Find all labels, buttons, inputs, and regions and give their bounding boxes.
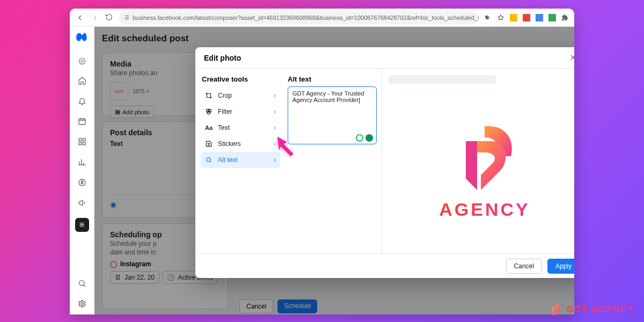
agency-logo-icon (447, 119, 522, 194)
star-icon[interactable] (497, 14, 504, 21)
target-icon[interactable]: ◎ (77, 55, 87, 65)
extensions-row (484, 14, 569, 21)
tool-strip (389, 75, 496, 84)
tool-text[interactable]: AaText › (201, 120, 280, 136)
ext-puzzle-icon[interactable] (561, 14, 569, 21)
translate-icon[interactable] (484, 14, 492, 21)
watermark-brand: GDT AGENCY (548, 303, 634, 317)
annotation-arrow-icon (274, 133, 301, 160)
svg-point-13 (207, 158, 210, 162)
browser-chrome: ☰ business.facebook.com/latest/composer?… (70, 9, 574, 27)
svg-point-10 (207, 111, 210, 114)
search-icon (205, 156, 213, 164)
brand-text: GDT AGENCY (567, 305, 634, 314)
alt-text-value: GDT Agency - Your Trusted Agency Account… (292, 90, 364, 103)
calendar-icon[interactable] (77, 116, 87, 127)
svg-point-11 (208, 143, 208, 144)
grid-icon[interactable] (77, 136, 87, 147)
bell-icon[interactable] (77, 96, 87, 106)
forward-icon[interactable] (90, 13, 100, 23)
text-icon: Aa (205, 125, 213, 131)
chevron-right-icon: › (274, 92, 276, 99)
modal-footer: Cancel Apply (195, 253, 574, 278)
browser-window: ☰ business.facebook.com/latest/composer?… (70, 9, 574, 314)
tool-stickers[interactable]: Stickers › (201, 136, 280, 152)
megaphone-icon[interactable] (77, 197, 87, 208)
back-icon[interactable] (75, 13, 85, 23)
svg-rect-2 (83, 138, 85, 141)
modal-cancel-button[interactable]: Cancel (506, 259, 542, 274)
modal-body: Creative tools Crop › Filter › AaText › … (195, 69, 574, 253)
svg-point-6 (79, 281, 84, 286)
chart-icon[interactable] (77, 157, 87, 167)
brand-logo-icon (548, 303, 562, 317)
ext-blue-icon[interactable] (536, 14, 543, 21)
svg-rect-1 (79, 138, 82, 141)
modal-header: Edit photo (195, 47, 574, 69)
menu-active-icon[interactable]: ≡ (75, 218, 89, 232)
home-icon[interactable] (77, 75, 87, 86)
search-side-icon[interactable] (77, 278, 87, 289)
reload-icon[interactable] (105, 13, 114, 22)
modal-title: Edit photo (204, 54, 241, 62)
crop-icon (205, 92, 213, 99)
business-sidebar: ◎ ≡ (70, 27, 94, 314)
grammar-badge-icon[interactable] (356, 134, 363, 142)
svg-point-7 (81, 303, 83, 305)
dollar-icon[interactable] (77, 177, 87, 188)
alt-text-input[interactable]: GDT Agency - Your Trusted Agency Account… (288, 86, 377, 144)
meta-logo-icon (75, 30, 89, 44)
creative-tools-header: Creative tools (201, 75, 280, 83)
tool-filter[interactable]: Filter › (201, 104, 280, 120)
svg-point-12 (209, 143, 210, 144)
stickers-icon (205, 140, 213, 148)
creative-tools-column: Creative tools Crop › Filter › AaText › … (195, 69, 286, 253)
agency-wordmark: AGENCY (439, 199, 530, 220)
edit-photo-modal: Edit photo Creative tools Crop › Filter … (195, 47, 574, 278)
alt-text-header: Alt text (288, 75, 376, 83)
svg-rect-4 (83, 142, 85, 145)
modal-apply-button[interactable]: Apply (547, 259, 574, 274)
grammar-check-icon[interactable] (365, 134, 373, 142)
ext-yellow-icon[interactable] (510, 14, 517, 21)
gear-side-icon[interactable] (77, 298, 87, 309)
svg-rect-0 (79, 119, 85, 125)
photo-preview: AGENCY (382, 69, 574, 253)
ext-green-icon[interactable] (548, 14, 556, 21)
chevron-right-icon: › (274, 124, 276, 131)
alt-text-column: Alt text GDT Agency - Your Trusted Agenc… (286, 69, 382, 253)
tool-crop[interactable]: Crop › (201, 87, 280, 104)
ext-red-icon[interactable] (523, 14, 530, 21)
text-caret (359, 98, 360, 104)
tool-alt-text[interactable]: Alt text › (201, 152, 280, 168)
url-text: business.facebook.com/latest/composer?as… (133, 14, 479, 21)
filter-icon (205, 108, 213, 115)
url-bar[interactable]: ☰ business.facebook.com/latest/composer?… (119, 11, 479, 24)
svg-rect-3 (79, 142, 82, 145)
close-icon[interactable] (569, 53, 574, 63)
chevron-right-icon: › (274, 108, 276, 115)
site-info-icon: ☰ (125, 14, 129, 20)
